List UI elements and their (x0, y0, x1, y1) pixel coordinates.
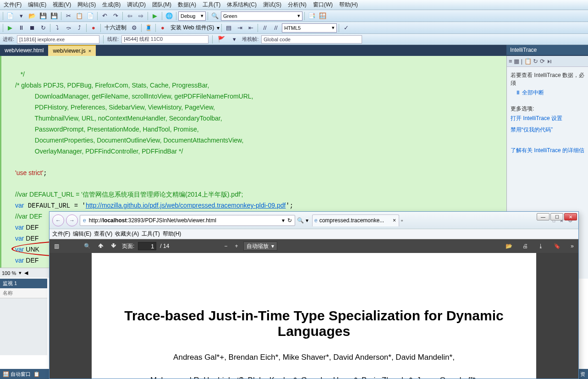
pdf-print-icon[interactable]: 🖨 (521, 243, 530, 249)
breakpoint-icon[interactable]: ● (88, 23, 99, 33)
hex-label[interactable]: 十六进制 (103, 24, 128, 32)
start-icon[interactable]: ▶ (150, 11, 160, 21)
ie-menu-file[interactable]: 文件(F) (52, 230, 70, 238)
pdf-bookmark-icon[interactable]: 🔖 (552, 243, 562, 249)
pdf-download-icon[interactable]: ⭳ (536, 243, 545, 249)
close-button[interactable]: ✕ (564, 213, 577, 220)
pdf-search-icon[interactable]: 🔍 (82, 243, 93, 249)
ie-search-icon[interactable]: 🔍 (297, 217, 304, 224)
menu-window[interactable]: 窗口(W) (311, 0, 335, 10)
pdf-sidebar-icon[interactable]: ▥ (52, 243, 61, 249)
menu-data[interactable]: 数据(A) (176, 0, 198, 10)
save-icon[interactable]: 💾 (38, 11, 48, 21)
ie-menu-edit[interactable]: 编辑(E) (73, 230, 91, 238)
config-dropdown[interactable]: Debug▾ (178, 11, 206, 21)
redo-icon[interactable]: ↷ (110, 11, 121, 21)
close-icon[interactable]: × (88, 48, 91, 54)
intelli-justmycode-link[interactable]: 禁用“仅我的代码” (511, 124, 584, 136)
intellitrace-panel-title[interactable]: IntelliTrace (506, 45, 588, 55)
scroll-left-icon[interactable]: ◀ (24, 270, 28, 276)
minimize-button[interactable]: — (537, 213, 550, 220)
undo-icon[interactable]: ↶ (99, 11, 110, 21)
align-icon[interactable]: ▤ (224, 23, 234, 33)
hex-icon[interactable]: ⚙ (129, 23, 139, 33)
continue-icon[interactable]: ▶ (5, 23, 15, 33)
statusbar-res[interactable]: 资 (580, 371, 585, 378)
stop-icon[interactable]: ⏹ (27, 23, 37, 33)
menu-tools[interactable]: 工具(T) (201, 0, 222, 10)
pdf-open-icon[interactable]: 📂 (504, 243, 514, 249)
menu-edit[interactable]: 编辑(E) (26, 0, 48, 10)
indent-icon[interactable]: ⇥ (235, 23, 245, 33)
menu-analyze[interactable]: 分析(N) (286, 0, 308, 10)
menu-build[interactable]: 生成(B) (100, 0, 122, 10)
menu-file[interactable]: 文件(F) (2, 0, 23, 10)
ie-tab-close-icon[interactable]: × (393, 217, 396, 224)
save-all-icon[interactable]: 💾 (49, 11, 59, 21)
paste-icon[interactable]: 📄 (85, 11, 95, 21)
cut-icon[interactable]: ✂ (63, 11, 73, 21)
doctype-dropdown[interactable]: HTML5▾ (282, 23, 337, 33)
pdf-zoom-dropdown[interactable]: 自动缩放▾ (243, 242, 277, 251)
ie-address-bar[interactable]: e http://localhost:32893/PDFJSInNet/web/… (80, 215, 295, 226)
install-web-label[interactable]: 安装 Web 组件(S) (169, 24, 216, 32)
threads-icon[interactable]: 🧵 (143, 23, 154, 33)
nav-fwd-icon[interactable]: ⇨ (136, 11, 146, 21)
color-dropdown[interactable]: Green▾ (221, 11, 302, 21)
validate-icon[interactable]: ✓ (341, 23, 351, 33)
ie-menu-fav[interactable]: 收藏夹(A) (115, 230, 139, 238)
pdf-zoom-out-icon[interactable]: − (222, 243, 229, 249)
menu-site[interactable]: 网站(S) (76, 0, 98, 10)
intelli-settings-link[interactable]: 打开 IntelliTrace 设置 (511, 113, 584, 124)
zoom-value[interactable]: 100 % (2, 270, 16, 276)
thread-dropdown[interactable]: [4544] 线程 11C0 (121, 35, 209, 44)
step-over-icon[interactable]: ⤼ (63, 23, 73, 33)
step-into-icon[interactable]: ⤵ (52, 23, 62, 33)
menu-view[interactable]: 视图(V) (51, 0, 73, 10)
ie-refresh-icon[interactable]: ↻ (287, 217, 292, 224)
new-project-icon[interactable]: 📄 (5, 11, 15, 21)
pdf-viewport[interactable]: Trace-based Just-in-Time Type Specializa… (49, 253, 578, 379)
open-icon[interactable]: 📂 (27, 11, 37, 21)
default-url-link[interactable]: http://mozilla.github.io/pdf.js/web/comp… (86, 202, 286, 209)
menu-debug[interactable]: 调试(D) (125, 0, 148, 10)
thread-filter-icon[interactable]: ▾ (229, 34, 239, 44)
step-out-icon[interactable]: ⤴ (74, 23, 84, 33)
outdent-icon[interactable]: ⇤ (246, 23, 256, 33)
watch-panel-title[interactable]: 监视 1 (0, 279, 47, 288)
restart-icon[interactable]: ↻ (38, 23, 48, 33)
watch-column-name[interactable]: 名称 (0, 288, 47, 298)
flag-icon[interactable]: 🚩 (216, 34, 226, 44)
copy-icon[interactable]: 📋 (74, 11, 84, 21)
statusbar-autowin[interactable]: 🪟 自动窗口 (3, 371, 31, 378)
intelli-learn-link[interactable]: 了解有关 IntelliTrace 的详细信 (511, 145, 584, 156)
web-dot-icon[interactable]: ● (158, 23, 168, 33)
maximize-button[interactable]: ☐ (550, 213, 563, 220)
ie-menu-tools[interactable]: 工具(T) (142, 230, 159, 238)
pdf-zoom-in-icon[interactable]: + (233, 243, 240, 249)
ie-newtab-icon[interactable]: ▫ (401, 217, 403, 224)
properties-icon[interactable]: 🪟 (318, 11, 328, 21)
pdf-next-icon[interactable]: 🡻 (109, 243, 118, 249)
ie-back-icon[interactable]: ← (52, 214, 64, 226)
browser-icon[interactable]: 🌐 (164, 11, 174, 21)
uncomment-icon[interactable]: // (271, 23, 281, 33)
nav-back-icon[interactable]: ⇦ (125, 11, 135, 21)
intelli-break-all[interactable]: ⏸ 全部中断 (515, 87, 584, 99)
process-dropdown[interactable]: [11816] iexplore.exe (17, 35, 99, 44)
menu-team[interactable]: 团队(M) (150, 0, 173, 10)
find-icon[interactable]: 🔍 (210, 11, 220, 21)
ie-menu-view[interactable]: 查看(V) (94, 230, 112, 238)
solution-icon[interactable]: 📑 (307, 11, 317, 21)
tab-viewer-html[interactable]: web/viewer.html (0, 45, 48, 56)
ie-menu-help[interactable]: 帮助(H) (163, 230, 181, 238)
menu-test[interactable]: 测试(S) (261, 0, 283, 10)
add-item-icon[interactable]: ▾ (16, 11, 26, 21)
stack-dropdown[interactable]: Global code (261, 35, 362, 44)
pdf-prev-icon[interactable]: 🡹 (96, 243, 105, 249)
pdf-more-icon[interactable]: » (569, 243, 576, 249)
statusbar-locals-icon[interactable]: 📋 (33, 371, 40, 377)
menu-help[interactable]: 帮助(H) (337, 0, 360, 10)
tab-viewer-js[interactable]: web/viewer.js× (48, 45, 96, 56)
pdf-page-input[interactable] (138, 242, 156, 250)
